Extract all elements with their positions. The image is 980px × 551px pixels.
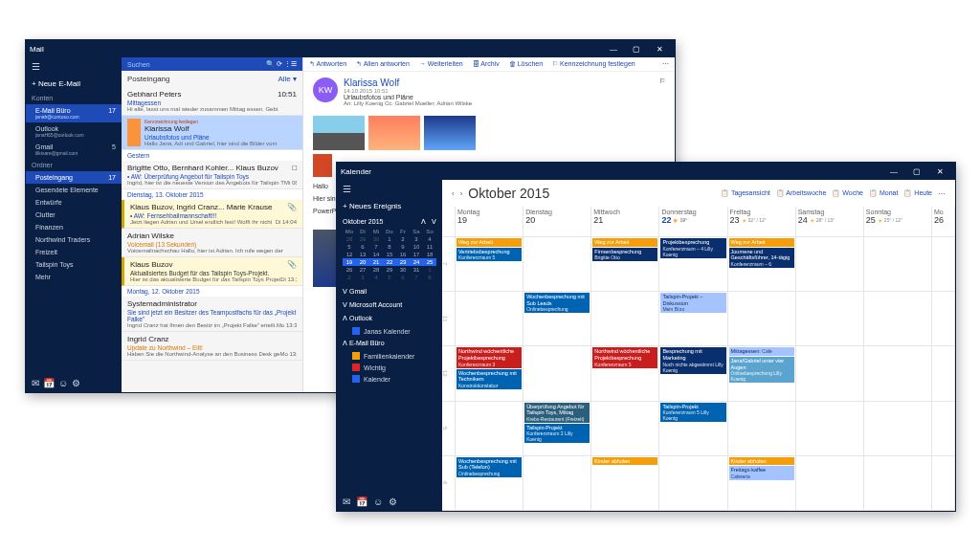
day-cell[interactable] — [523, 346, 591, 401]
event[interactable]: Journene und Geschäftsführer, 14-tägigKo… — [729, 248, 794, 268]
reply-all-button[interactable]: ↰ Allen antworten — [356, 60, 410, 68]
event[interactable]: Tailspin-ProjektKonferenzraum 2 Lilly Ko… — [524, 424, 590, 444]
day-cell[interactable] — [864, 456, 932, 511]
view-workweek[interactable]: 📋 Arbeitswoche — [776, 189, 827, 197]
new-email-button[interactable]: + Neue E-Mail — [26, 76, 122, 92]
folder-item[interactable]: Entwürfe — [26, 196, 122, 209]
event[interactable]: Wochenbesprechung mit Sub (Telefon)Onlin… — [457, 457, 522, 477]
forward-button[interactable]: → Weiterleiten — [419, 60, 463, 68]
day-cell[interactable] — [796, 346, 864, 401]
calendar-section[interactable]: ᐱ E-Mail Büro — [337, 337, 442, 350]
event[interactable]: Mittagessen: Cafe — [729, 347, 794, 356]
day-cell[interactable] — [796, 292, 864, 346]
prev-button[interactable]: ‹ — [452, 189, 455, 198]
search-bar[interactable]: Suchen 🔍 ⟳ ⋮☰ — [122, 57, 302, 71]
message-item[interactable]: Kennzeichnung festlegen Klarissa Wolf Ur… — [122, 116, 302, 150]
new-event-button[interactable]: + Neues Ereignis — [337, 198, 442, 214]
day-cell[interactable]: ProjektbesprechungKonferenzraum – 4 Lill… — [659, 237, 727, 292]
checkbox-icon[interactable] — [352, 352, 360, 360]
minimize-button[interactable]: — — [602, 45, 625, 54]
account-item[interactable]: OutlookjanaH65@outlook.com — [26, 122, 122, 141]
calendar-item[interactable]: Familienkalender — [337, 350, 442, 362]
photo-attachment[interactable] — [424, 116, 476, 150]
day-cell[interactable]: Tailspin-Projekt – DiskussionMein Büro — [659, 292, 727, 346]
view-day[interactable]: 📋 Tagesansicht — [721, 189, 770, 197]
day-cell[interactable] — [932, 402, 955, 456]
emoji-icon[interactable]: ☺ — [373, 496, 383, 507]
mini-calendar[interactable]: Oktober 2015ᐱ ᐯ MoDiMiDoFrSaSo 282930123… — [337, 214, 442, 285]
maximize-button[interactable]: ▢ — [905, 167, 928, 176]
folder-item[interactable]: Finanzen — [26, 221, 122, 233]
next-button[interactable]: › — [460, 189, 463, 198]
account-item[interactable]: Gmaillilkisare@gmail.com5 — [26, 141, 122, 159]
account-item[interactable]: E-Mail Bürojanah@contoso.com17 — [26, 104, 122, 122]
emoji-icon[interactable]: ☺ — [58, 378, 68, 388]
calendar-nav-icon[interactable]: 📅 — [356, 496, 368, 507]
event[interactable]: Freitags-kaffeeCafeteria — [729, 466, 794, 480]
folder-item[interactable]: Clutter — [26, 209, 122, 221]
sync-icon[interactable]: ⟳ — [277, 60, 282, 68]
hamburger-icon[interactable]: ☰ — [26, 57, 122, 76]
checkbox-icon[interactable] — [352, 375, 360, 383]
archive-button[interactable]: 🗄 Archiv — [473, 60, 500, 68]
day-cell[interactable]: Mittagessen: Cafe Jana/Gabriel unter vie… — [728, 346, 796, 401]
event[interactable]: Weg zur Arbeit — [457, 238, 522, 247]
day-cell[interactable] — [796, 402, 864, 456]
day-cell[interactable]: Tailspin-ProjektKonferenzraum 5 Lilly Ko… — [659, 402, 727, 456]
more-icon[interactable]: ⋯ — [662, 60, 669, 68]
message-item[interactable]: Klaus Buzov📎 Aktualisiertes Budget für d… — [122, 257, 302, 286]
day-cell[interactable] — [864, 292, 932, 346]
event[interactable]: FirmenbesprechungBrigitte Otto — [592, 248, 657, 262]
search-icon[interactable]: 🔍 — [266, 60, 275, 68]
calendar-section[interactable]: ᐱ Outlook — [337, 312, 442, 325]
event[interactable]: Überprüfung Angebot für Tailspin Toys, M… — [524, 403, 590, 423]
more-icon[interactable]: ⋯ — [938, 189, 946, 198]
folder-item[interactable]: Tailspin Toys — [26, 258, 122, 271]
message-item[interactable]: Adrian Wilske Voicemail (13 Sekunden) Vo… — [122, 229, 302, 257]
calendar-section[interactable]: ᐯ Gmail — [337, 285, 442, 298]
day-cell[interactable]: Überprüfung Angebot für Tailspin Toys, M… — [523, 402, 591, 456]
gear-icon[interactable]: ⚙ — [72, 378, 80, 388]
event[interactable]: Besprechung mit MarketingNoch nichts abg… — [660, 347, 725, 373]
photo-attachment[interactable] — [368, 116, 420, 150]
folder-item[interactable]: Freizeit — [26, 246, 122, 258]
day-cell[interactable] — [728, 402, 796, 456]
day-cell[interactable] — [456, 402, 523, 456]
folder-item[interactable]: Mehr — [26, 271, 122, 283]
view-month[interactable]: 📋 Monat — [869, 189, 898, 197]
event[interactable]: Northwind wöchentliche Projektbesprechun… — [457, 347, 522, 367]
message-item[interactable]: Systemadministrator Sie sind jetzt ein B… — [122, 297, 302, 332]
event[interactable]: Tailspin-Projekt – DiskussionMein Büro — [660, 293, 725, 313]
folder-item[interactable]: Posteingang17 — [26, 171, 122, 184]
event[interactable]: Kinder abholen — [729, 457, 794, 466]
close-button[interactable]: ✕ — [648, 45, 671, 54]
day-cell[interactable]: Weg zur Arbeit Journene und Geschäftsfüh… — [728, 237, 796, 292]
day-cell[interactable]: Kinder abholen Freitags-kaffeeCafeteria — [728, 456, 796, 511]
event[interactable]: VertriebsbesprechungKonferenzraum 5 — [457, 248, 522, 262]
flag-button[interactable]: ⚐ Kennzeichnung festlegen — [552, 60, 635, 68]
event[interactable]: ProjektbesprechungKonferenzraum – 4 Lill… — [660, 238, 725, 258]
maximize-button[interactable]: ▢ — [625, 45, 648, 54]
day-cell[interactable] — [932, 346, 955, 401]
mail-nav-icon[interactable]: ✉ — [343, 496, 350, 507]
day-cell[interactable] — [456, 292, 523, 346]
day-cell[interactable] — [523, 237, 591, 292]
minimize-button[interactable]: — — [882, 167, 905, 176]
day-cell[interactable] — [659, 456, 727, 511]
mail-nav-icon[interactable]: ✉ — [32, 378, 39, 388]
view-today[interactable]: 📋 Heute — [903, 189, 932, 197]
day-cell[interactable]: Northwind wöchentliche Projektbesprechun… — [456, 346, 523, 401]
day-cell[interactable]: Weg zur Arbeit FirmenbesprechungBrigitte… — [591, 237, 659, 292]
powerpoint-icon[interactable] — [313, 154, 332, 177]
day-cell[interactable] — [523, 456, 591, 511]
day-cell[interactable]: Northwind wöchentliche Projektbesprechun… — [591, 346, 659, 401]
day-cell[interactable] — [591, 292, 659, 346]
message-item[interactable]: Ingrid Cranz Update zu Northwind – Eilt!… — [122, 332, 302, 361]
day-cell[interactable] — [796, 237, 864, 292]
folder-item[interactable]: Gesendete Elemente — [26, 184, 122, 196]
calendar-item[interactable]: Janas Kalender — [337, 325, 442, 337]
message-item[interactable]: Gebhard Peters10:51 Mittagessen Hi alle,… — [122, 87, 302, 116]
day-cell[interactable]: Besprechung mit MarketingNoch nichts abg… — [659, 346, 727, 401]
day-cell[interactable] — [591, 402, 659, 456]
filter-all[interactable]: Alle ▾ — [278, 75, 297, 83]
